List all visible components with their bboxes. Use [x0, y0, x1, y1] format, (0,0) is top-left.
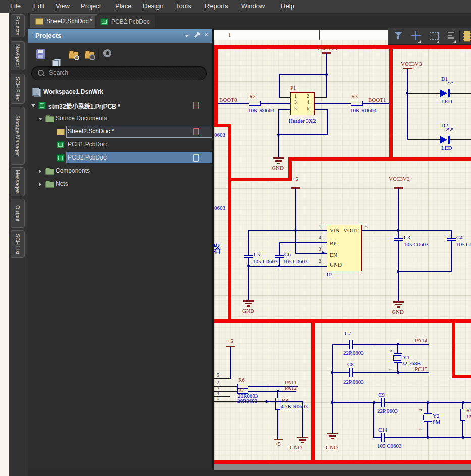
- caret-expanded-icon[interactable]: [38, 118, 42, 120]
- menu-design[interactable]: Design: [143, 2, 163, 10]
- comment[interactable]: 105 C0603: [283, 259, 308, 265]
- power-net-label[interactable]: +5: [292, 176, 298, 182]
- gnd-symbol[interactable]: [327, 433, 338, 434]
- designator[interactable]: C9: [378, 392, 385, 398]
- menu-tools[interactable]: Tools: [176, 2, 191, 10]
- panel-pin-button[interactable]: [196, 33, 197, 38]
- comment[interactable]: 4.7K R0603: [281, 404, 308, 409]
- schematic-canvas[interactable]: 1: [214, 28, 471, 464]
- gnd-symbol[interactable]: [297, 437, 308, 438]
- side-tab-storage-manager[interactable]: Storage Manager: [11, 107, 25, 165]
- side-tab-output[interactable]: Output: [11, 199, 25, 228]
- red-partition-line[interactable]: [214, 45, 471, 49]
- tree-item-sheet2[interactable]: Sheet2.SchDoc *: [28, 126, 212, 137]
- tree-item-source-documents[interactable]: Source Documents: [28, 113, 212, 124]
- tree-item-project[interactable]: stm32最小系统1.PrjPCB *: [28, 100, 212, 111]
- designator[interactable]: C3: [404, 235, 410, 240]
- capacitor-c4[interactable]: [447, 238, 456, 239]
- panel-menu-button[interactable]: [185, 35, 189, 37]
- power-bar-symbol[interactable]: [274, 439, 283, 440]
- menu-project[interactable]: Project: [81, 2, 101, 10]
- power-net-label[interactable]: GND: [392, 309, 404, 315]
- power-net-label[interactable]: VCC3V3: [316, 46, 337, 51]
- jump-crosshair-icon[interactable]: [411, 31, 421, 40]
- selection-rect-icon[interactable]: [430, 32, 439, 40]
- tab-pcb2-pcbdoc[interactable]: PCB2.PcbDoc: [95, 15, 155, 28]
- side-tab-projects[interactable]: Projects: [11, 14, 25, 37]
- red-partition-line[interactable]: [389, 45, 393, 161]
- comment[interactable]: 20R0603: [237, 398, 257, 404]
- comment[interactable]: LED: [441, 145, 452, 151]
- resistor-r8[interactable]: [275, 398, 280, 410]
- power-net-label[interactable]: GND: [326, 445, 338, 450]
- designator[interactable]: R5: [466, 408, 471, 413]
- red-partition-line[interactable]: [311, 319, 315, 464]
- menu-reports[interactable]: Reports: [205, 2, 228, 10]
- power-net-label[interactable]: +5: [227, 338, 233, 344]
- comment[interactable]: 105 C0603: [377, 443, 402, 449]
- comment[interactable]: LED: [441, 99, 452, 104]
- side-tab-sch-list[interactable]: SCH List: [11, 230, 25, 258]
- crystal-y1[interactable]: [393, 355, 401, 361]
- net-label[interactable]: PA14: [415, 338, 427, 343]
- open-project-button[interactable]: [69, 49, 78, 59]
- menu-view[interactable]: View: [56, 2, 70, 10]
- designator[interactable]: R7: [238, 388, 244, 393]
- side-tab-sch-filter[interactable]: SCH Filter: [11, 74, 25, 104]
- caret-collapsed-icon[interactable]: [39, 182, 41, 186]
- comment[interactable]: 105 C0603: [404, 242, 429, 247]
- tree-item-pcb1[interactable]: PCB1.PcbDoc: [28, 139, 212, 150]
- gnd-symbol[interactable]: [393, 301, 404, 303]
- horizontal-scrollbar[interactable]: [214, 464, 471, 470]
- capacitor-c9[interactable]: [381, 398, 382, 407]
- designator[interactable]: Y2: [433, 413, 439, 419]
- comment[interactable]: 22P,0603: [343, 350, 364, 356]
- caret-collapsed-icon[interactable]: [39, 169, 41, 173]
- menu-help[interactable]: Help: [281, 2, 294, 10]
- capacitor-c6[interactable]: [275, 255, 284, 256]
- designator[interactable]: R8: [282, 398, 288, 403]
- resistor-r5[interactable]: [460, 409, 465, 421]
- designator[interactable]: C4: [456, 235, 463, 240]
- designator[interactable]: R6: [238, 377, 245, 383]
- resistor-r2[interactable]: [249, 101, 261, 106]
- red-partition-line[interactable]: [214, 460, 471, 464]
- menu-edit[interactable]: Edit: [33, 2, 44, 10]
- caret-expanded-icon[interactable]: [31, 104, 35, 107]
- red-partition-line[interactable]: [452, 319, 455, 378]
- designator[interactable]: C6: [284, 252, 291, 257]
- save-button[interactable]: [36, 49, 45, 59]
- comment[interactable]: Header 3X2: [289, 118, 316, 124]
- designator[interactable]: P1: [290, 85, 296, 91]
- settings-gear-button[interactable]: [103, 49, 113, 59]
- search-input[interactable]: Search: [31, 66, 207, 80]
- designator[interactable]: U2: [327, 273, 332, 277]
- red-partition-line[interactable]: [288, 157, 471, 161]
- tree-item-components[interactable]: Components: [28, 166, 212, 177]
- align-icon[interactable]: [448, 32, 454, 39]
- comment[interactable]: 10K R0603: [248, 108, 274, 113]
- designator[interactable]: C14: [378, 427, 387, 433]
- power-bar-symbol[interactable]: [226, 346, 235, 347]
- net-label[interactable]: PC15: [415, 366, 427, 372]
- power-bar-symbol[interactable]: [403, 68, 412, 69]
- capacitor-c8[interactable]: [349, 368, 350, 377]
- gnd-symbol[interactable]: [243, 300, 254, 302]
- designator[interactable]: C8: [347, 362, 354, 367]
- tree-item-workspace[interactable]: Workspace1.DsnWrk: [28, 87, 212, 98]
- net-label[interactable]: PA12: [285, 385, 297, 391]
- designator[interactable]: C7: [345, 331, 351, 336]
- designator[interactable]: R2: [249, 94, 256, 99]
- capacitor-c7[interactable]: [349, 340, 350, 349]
- designator[interactable]: C5: [254, 252, 260, 257]
- red-partition-line[interactable]: [228, 178, 292, 181]
- filter-icon[interactable]: [394, 32, 402, 39]
- comment[interactable]: 10K R0603: [350, 108, 376, 113]
- led-d1[interactable]: [440, 89, 447, 97]
- tree-item-nets[interactable]: Nets: [28, 179, 212, 190]
- tree-item-pcb2[interactable]: PCB2.PcbDoc: [28, 152, 212, 164]
- power-net-label[interactable]: GND: [272, 165, 284, 171]
- red-partition-line[interactable]: [228, 124, 231, 323]
- capacitor-c5[interactable]: [244, 255, 253, 256]
- red-partition-line[interactable]: [452, 375, 471, 378]
